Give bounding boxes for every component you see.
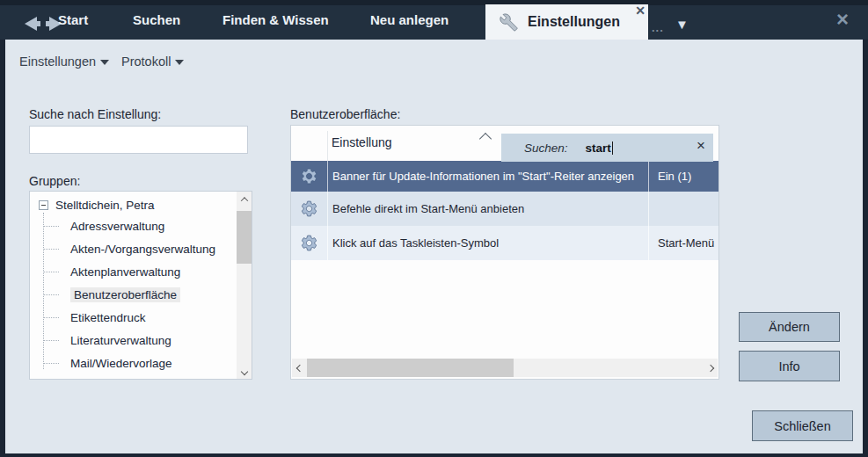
setting-name: Klick auf das Taskleisten-Symbol <box>328 236 648 250</box>
menu-einstellungen[interactable]: Einstellungen <box>19 54 109 69</box>
setting-value: Start-Menü <box>648 226 718 260</box>
tab-start[interactable]: Start <box>58 12 88 27</box>
scroll-right-icon[interactable] <box>703 360 718 375</box>
tab-suchen[interactable]: Suchen <box>133 12 180 27</box>
setting-value-text: Ein (1) <box>658 170 691 183</box>
setting-name: Befehle direkt im Start-Menü anbieten <box>328 202 648 215</box>
tab-dropdown-icon[interactable]: ▼ <box>675 17 689 32</box>
scroll-left-icon[interactable] <box>292 360 307 375</box>
tree-item-benutzeroberflaeche[interactable]: Benutzeroberfläche <box>70 285 180 304</box>
hscrollbar-thumb[interactable] <box>307 359 514 377</box>
row-icon-cell <box>291 192 328 226</box>
scroll-up-icon[interactable] <box>237 192 252 207</box>
tab-close-icon[interactable]: ✕ <box>635 4 646 18</box>
tab-overflow-dots[interactable]: ... <box>652 21 664 34</box>
tree-item-label: Aktenplanverwaltung <box>70 265 180 279</box>
table-search-label: Suchen: <box>524 141 568 155</box>
tree-item-akten-vorgangsverwaltung[interactable]: Akten-/Vorgangsverwaltung <box>70 239 215 258</box>
table-horizontal-scrollbar[interactable] <box>292 359 718 377</box>
tree-scrollbar[interactable] <box>237 192 252 379</box>
column-header-einstellung[interactable]: Einstellung <box>332 135 392 149</box>
tree-item-label: Etikettendruck <box>70 311 146 324</box>
tree-root-label: Stelltdichein, Petra <box>55 199 155 212</box>
menu-einstellungen-label: Einstellungen <box>19 54 96 69</box>
window-border-right <box>863 0 868 457</box>
settings-list-title: Benutzeroberfläche: <box>290 107 400 121</box>
gear-icon <box>300 199 318 218</box>
row-icon-cell <box>291 161 328 192</box>
tree-connector-line <box>43 213 44 369</box>
tree-item-literaturverwaltung[interactable]: Literaturverwaltung <box>70 330 171 350</box>
tree-root-item[interactable]: Stelltdichein, Petra <box>39 199 155 212</box>
groups-label: Gruppen: <box>29 174 80 188</box>
chevron-down-icon <box>175 60 184 65</box>
tree-scrollbar-thumb[interactable] <box>237 211 252 264</box>
tab-finden-wissen[interactable]: Finden & Wissen <box>222 12 329 27</box>
tree-item-adressverwaltung[interactable]: Adressverwaltung <box>70 216 164 236</box>
back-arrow-icon <box>25 17 40 31</box>
groups-tree: Stelltdichein, Petra Adressverwaltung Ak… <box>29 191 252 380</box>
window-border-bottom <box>0 453 868 457</box>
tree-item-mail-wiedervorlage[interactable]: Mail/Wiedervorlage <box>70 353 172 373</box>
tab-neu-anlegen[interactable]: Neu anlegen <box>370 12 449 27</box>
tree-item-label: Benutzeroberfläche <box>70 287 180 302</box>
table-row-banner-update[interactable]: Banner für Update-Informationen im "Star… <box>291 161 718 192</box>
menu-protokoll-label: Protokoll <box>121 54 171 69</box>
settings-window: Start Suchen Finden & Wissen Neu anlegen… <box>0 0 868 457</box>
setting-name: Banner für Update-Informationen im "Star… <box>328 170 648 183</box>
search-setting-label: Suche nach Einstellung: <box>29 107 161 121</box>
settings-table: Einstellung Suchen: start × Banner für U… <box>290 125 719 380</box>
table-search-overlay[interactable]: Suchen: start × <box>501 134 713 162</box>
tree-item-aktenplanverwaltung[interactable]: Aktenplanverwaltung <box>70 262 180 281</box>
search-close-icon[interactable]: × <box>697 137 705 155</box>
active-tab-label: Einstellungen <box>528 14 620 30</box>
change-button[interactable]: Ändern <box>739 312 840 342</box>
menu-bar: Einstellungen Protokoll <box>0 40 868 75</box>
search-setting-input[interactable] <box>29 126 248 154</box>
tree-item-label: Akten-/Vorgangsverwaltung <box>70 243 215 256</box>
tree-item-label: Literaturverwaltung <box>70 334 171 347</box>
collapse-icon[interactable] <box>39 200 48 210</box>
tree-item-etikettendruck[interactable]: Etikettendruck <box>70 308 146 327</box>
gear-icon <box>300 167 318 185</box>
icon-column-header <box>291 131 328 161</box>
window-close-icon[interactable]: × <box>836 7 849 32</box>
wrench-icon <box>500 13 518 32</box>
chevron-down-icon <box>100 60 109 65</box>
tab-einstellungen-active[interactable]: Einstellungen ✕ <box>485 4 648 40</box>
scroll-down-icon[interactable] <box>237 364 252 379</box>
table-header[interactable]: Einstellung Suchen: start × <box>291 126 718 161</box>
table-row-befehle-startmenu[interactable]: Befehle direkt im Start-Menü anbieten <box>291 192 718 226</box>
setting-value <box>648 192 718 226</box>
table-row-taskleisten-symbol[interactable]: Klick auf das Taskleisten-Symbol Start-M… <box>291 226 718 260</box>
window-border-left <box>0 0 5 457</box>
sort-ascending-icon[interactable] <box>479 133 492 145</box>
info-button[interactable]: Info <box>739 351 840 381</box>
setting-value-text: Start-Menü <box>658 236 714 250</box>
text-cursor <box>612 141 613 155</box>
gear-icon <box>300 234 318 252</box>
row-icon-cell <box>291 226 328 260</box>
table-search-value[interactable]: start <box>586 141 611 155</box>
tree-item-label: Adressverwaltung <box>70 220 164 233</box>
close-button[interactable]: Schließen <box>752 410 853 441</box>
setting-value: Ein (1) <box>648 161 718 192</box>
table-rows: Banner für Update-Informationen im "Star… <box>291 161 718 260</box>
tree-item-label: Mail/Wiedervorlage <box>70 357 172 370</box>
tab-bar: Start Suchen Finden & Wissen Neu anlegen… <box>0 0 868 40</box>
menu-protokoll[interactable]: Protokoll <box>121 54 184 69</box>
